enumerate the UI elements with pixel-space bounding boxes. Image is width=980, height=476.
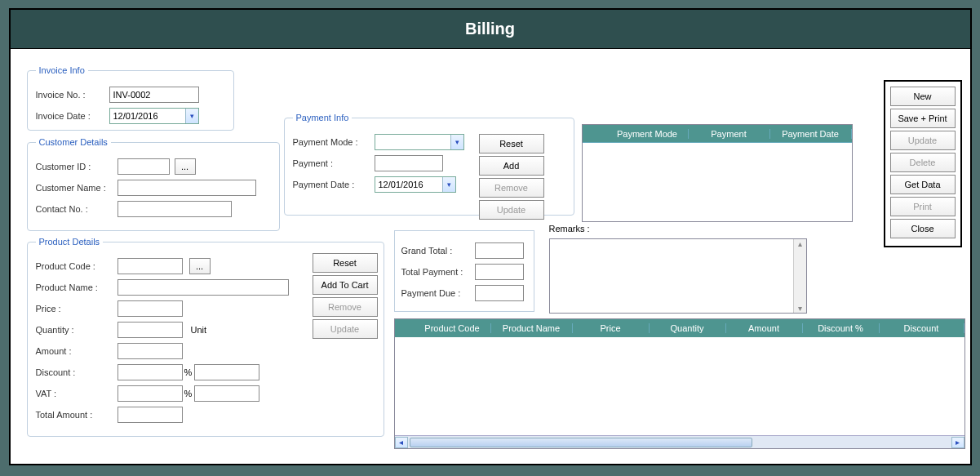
vat-label: VAT : — [36, 389, 118, 398]
update-button[interactable]: Update — [890, 131, 956, 150]
total-amount-label: Total Amount : — [36, 410, 118, 420]
payment-table-header: Payment Date — [770, 129, 852, 139]
price-label: Price : — [36, 304, 118, 314]
amount-field[interactable] — [118, 343, 183, 359]
invoice-no-field[interactable] — [109, 87, 199, 103]
new-button[interactable]: New — [890, 87, 956, 106]
customer-id-label: Customer ID : — [36, 162, 118, 171]
grid-header: Discount — [880, 323, 964, 333]
delete-button[interactable]: Delete — [890, 153, 956, 172]
payment-date-label: Payment Date : — [293, 180, 375, 189]
discount-amount-field[interactable] — [194, 364, 259, 380]
scrollbar[interactable]: ▴▾ — [793, 239, 806, 313]
payment-mode-label: Payment Mode : — [293, 137, 375, 147]
product-reset-button[interactable]: Reset — [313, 253, 378, 273]
customer-name-field[interactable] — [118, 180, 256, 196]
horizontal-scrollbar[interactable]: ◂ ▸ — [395, 435, 964, 448]
product-grid[interactable]: Product Code Product Name Price Quantity… — [394, 318, 965, 449]
grid-header: Amount — [726, 323, 803, 333]
vat-amount-field[interactable] — [194, 385, 259, 402]
close-button[interactable]: Close — [890, 219, 956, 238]
customer-name-label: Customer Name : — [36, 183, 118, 193]
grid-header: Product Code — [415, 323, 491, 333]
chevron-up-icon: ▴ — [798, 239, 802, 248]
product-update-button[interactable]: Update — [313, 319, 378, 339]
invoice-date-picker[interactable]: 12/01/2016▾ — [109, 108, 199, 124]
payment-due-field[interactable] — [475, 285, 524, 301]
chevron-right-icon: ▸ — [951, 437, 964, 448]
chevron-down-icon: ▾ — [185, 109, 198, 123]
save-print-button[interactable]: Save + Print — [890, 109, 956, 128]
payment-due-label: Payment Due : — [401, 288, 475, 298]
add-to-cart-button[interactable]: Add To Cart — [313, 275, 378, 295]
product-name-label: Product Name : — [36, 282, 118, 292]
grid-header: Price — [573, 323, 650, 333]
payment-table-header: Payment — [689, 129, 770, 139]
page-title: Billing — [11, 10, 970, 49]
remarks-label: Remarks : — [549, 224, 590, 234]
discount-field[interactable] — [118, 364, 183, 380]
payment-update-button[interactable]: Update — [479, 200, 544, 220]
chevron-down-icon: ▾ — [450, 135, 463, 149]
grand-total-label: Grand Total : — [401, 246, 475, 256]
payment-field[interactable] — [375, 155, 443, 171]
action-panel: New Save + Print Update Delete Get Data … — [884, 80, 962, 247]
contact-no-field[interactable] — [118, 201, 232, 217]
amount-label: Amount : — [36, 346, 118, 356]
product-remove-button[interactable]: Remove — [313, 297, 378, 317]
payment-label: Payment : — [293, 158, 375, 168]
chevron-left-icon: ◂ — [395, 437, 408, 448]
payment-table-header: Payment Mode — [607, 129, 689, 139]
payment-date-picker[interactable]: 12/01/2016▾ — [375, 176, 456, 193]
quantity-label: Quantity : — [36, 325, 118, 335]
product-browse-button[interactable]: ... — [189, 258, 211, 274]
customer-details-group: Customer Details Customer ID : ... Custo… — [27, 137, 280, 231]
payment-add-button[interactable]: Add — [479, 156, 544, 176]
customer-legend: Customer Details — [36, 137, 111, 147]
total-amount-field[interactable] — [118, 407, 183, 423]
customer-id-field[interactable] — [118, 158, 170, 175]
grid-header: Discount % — [803, 323, 880, 333]
payment-legend: Payment Info — [293, 113, 353, 122]
print-button[interactable]: Print — [890, 197, 956, 216]
payment-table[interactable]: Payment Mode Payment Payment Date — [582, 124, 853, 222]
totals-panel: Grand Total : Total Payment : Payment Du… — [394, 230, 534, 312]
invoice-date-label: Invoice Date : — [36, 111, 109, 121]
grid-header: Quantity — [650, 323, 726, 333]
product-legend: Product Details — [36, 237, 104, 247]
chevron-down-icon: ▾ — [442, 177, 455, 192]
total-payment-field[interactable] — [475, 264, 524, 280]
product-code-label: Product Code : — [36, 261, 118, 271]
grand-total-field[interactable] — [475, 242, 524, 259]
total-payment-label: Total Payment : — [401, 267, 475, 277]
product-name-field[interactable] — [118, 279, 289, 296]
price-field[interactable] — [118, 300, 183, 317]
payment-reset-button[interactable]: Reset — [479, 134, 544, 153]
payment-remove-button[interactable]: Remove — [479, 178, 544, 198]
discount-label: Discount : — [36, 367, 118, 377]
invoice-no-label: Invoice No. : — [36, 90, 109, 100]
scrollbar-thumb[interactable] — [410, 438, 752, 447]
invoice-legend: Invoice Info — [36, 65, 88, 75]
remarks-textarea[interactable]: ▴▾ — [549, 238, 807, 314]
invoice-info-group: Invoice Info Invoice No. : Invoice Date … — [27, 65, 234, 131]
chevron-down-icon: ▾ — [798, 304, 802, 313]
grid-header: Product Name — [491, 323, 573, 333]
vat-field[interactable] — [118, 385, 183, 402]
quantity-field[interactable] — [118, 322, 183, 338]
payment-info-group: Payment Info Payment Mode : ▾ Payment : … — [284, 113, 574, 216]
get-data-button[interactable]: Get Data — [890, 175, 956, 194]
vat-pct-label: % — [183, 389, 194, 398]
unit-label: Unit — [191, 325, 207, 335]
customer-browse-button[interactable]: ... — [175, 158, 196, 175]
discount-pct-label: % — [183, 367, 194, 377]
contact-no-label: Contact No. : — [36, 204, 118, 214]
product-code-field[interactable] — [118, 258, 183, 274]
payment-mode-select[interactable]: ▾ — [375, 134, 464, 150]
